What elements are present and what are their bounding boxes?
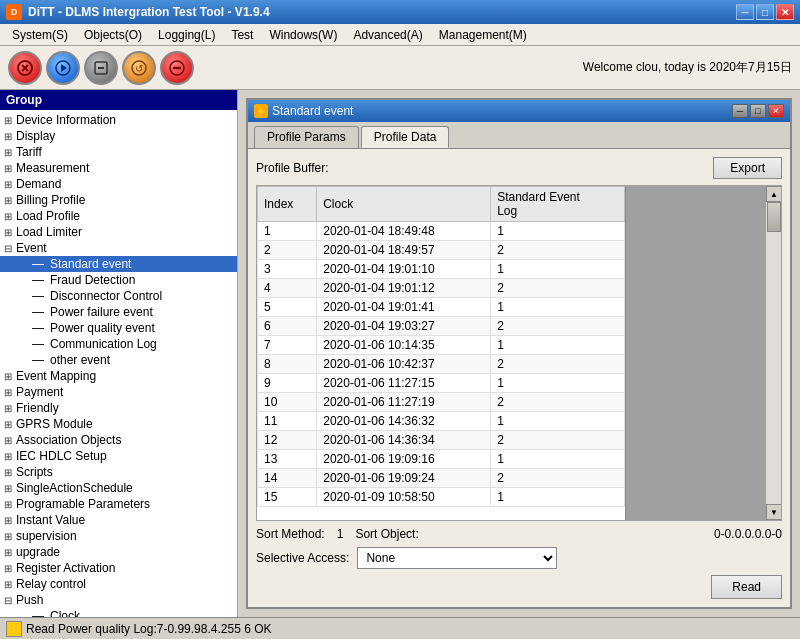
read-row: Read <box>256 575 782 599</box>
tree-item-assoc-objects[interactable]: ⊞Association Objects <box>0 432 237 448</box>
tree-item-instant-value[interactable]: ⊞Instant Value <box>0 512 237 528</box>
tree-item-push[interactable]: ⊟Push <box>0 592 237 608</box>
dialog-title-buttons: ─ □ ✕ <box>732 104 784 118</box>
table-row: 82020-01-06 10:42:372 <box>258 355 625 374</box>
col-index: Index <box>258 187 317 222</box>
selective-access-select[interactable]: None <box>357 547 557 569</box>
sort-object-value: 0-0.0.0.0.0-0 <box>714 527 782 541</box>
menu-test[interactable]: Test <box>223 26 261 44</box>
title-bar-buttons: ─ □ ✕ <box>736 4 794 20</box>
dialog-close-button[interactable]: ✕ <box>768 104 784 118</box>
menu-logging[interactable]: Logging(L) <box>150 26 223 44</box>
group-header: Group <box>0 90 237 110</box>
maximize-button[interactable]: □ <box>756 4 774 20</box>
sort-object-label: Sort Object: <box>355 527 702 541</box>
tree-item-fraud-detection[interactable]: —Fraud Detection <box>0 272 237 288</box>
table-scroll-area[interactable]: Index Clock Standard EventLog 12020-01-0… <box>257 186 625 520</box>
tree-item-comm-log[interactable]: —Communication Log <box>0 336 237 352</box>
tree-item-disconnector-control[interactable]: —Disconnector Control <box>0 288 237 304</box>
tree-item-upgrade[interactable]: ⊞upgrade <box>0 544 237 560</box>
toolbar-btn-2[interactable] <box>46 51 80 85</box>
menu-objects[interactable]: Objects(O) <box>76 26 150 44</box>
tree-item-clock[interactable]: —Clock <box>0 608 237 617</box>
table-row: 12020-01-04 18:49:481 <box>258 222 625 241</box>
tab-profile-data[interactable]: Profile Data <box>361 126 450 148</box>
tree-item-measurement[interactable]: ⊞Measurement <box>0 160 237 176</box>
toolbar-btn-5[interactable] <box>160 51 194 85</box>
tree-item-tariff[interactable]: ⊞Tariff <box>0 144 237 160</box>
profile-buffer-row: Profile Buffer: Export <box>256 157 782 179</box>
data-table: Index Clock Standard EventLog 12020-01-0… <box>257 186 625 507</box>
dialog-minimize-button[interactable]: ─ <box>732 104 748 118</box>
dialog-title-bar: ⚡ Standard event ─ □ ✕ <box>248 100 790 122</box>
tree-item-payment[interactable]: ⊞Payment <box>0 384 237 400</box>
tree-item-other-event[interactable]: —other event <box>0 352 237 368</box>
close-button[interactable]: ✕ <box>776 4 794 20</box>
dialog-maximize-button[interactable]: □ <box>750 104 766 118</box>
toolbar-btn-3[interactable] <box>84 51 118 85</box>
table-row: 92020-01-06 11:27:151 <box>258 374 625 393</box>
toolbar-btn-1[interactable] <box>8 51 42 85</box>
tree-item-scripts[interactable]: ⊞Scripts <box>0 464 237 480</box>
tree-item-power-failure[interactable]: —Power failure event <box>0 304 237 320</box>
tree-item-event[interactable]: ⊟Event <box>0 240 237 256</box>
welcome-text: Welcome clou, today is 2020年7月15日 <box>583 59 792 76</box>
tree-item-register-activation[interactable]: ⊞Register Activation <box>0 560 237 576</box>
app-icon: D <box>6 4 22 20</box>
col-clock: Clock <box>317 187 491 222</box>
sort-method-value: 1 <box>337 527 344 541</box>
tree-item-power-quality[interactable]: —Power quality event <box>0 320 237 336</box>
menu-system[interactable]: System(S) <box>4 26 76 44</box>
tree-item-iec-hdlc[interactable]: ⊞IEC HDLC Setup <box>0 448 237 464</box>
tree-item-billing-profile[interactable]: ⊞Billing Profile <box>0 192 237 208</box>
tree-item-gprs[interactable]: ⊞GPRS Module <box>0 416 237 432</box>
table-row: 62020-01-04 19:03:272 <box>258 317 625 336</box>
svg-marker-4 <box>61 64 67 72</box>
scrollbar-thumb[interactable] <box>767 202 781 232</box>
table-row: 132020-01-06 19:09:161 <box>258 450 625 469</box>
tree-item-display[interactable]: ⊞Display <box>0 128 237 144</box>
menu-management[interactable]: Management(M) <box>431 26 535 44</box>
table-row: 22020-01-04 18:49:572 <box>258 241 625 260</box>
table-container: Index Clock Standard EventLog 12020-01-0… <box>256 185 782 521</box>
table-row: 142020-01-06 19:09:242 <box>258 469 625 488</box>
sort-method-label: Sort Method: <box>256 527 325 541</box>
read-button[interactable]: Read <box>711 575 782 599</box>
tree-item-prog-params[interactable]: ⊞Programable Parameters <box>0 496 237 512</box>
table-row: 52020-01-04 19:01:411 <box>258 298 625 317</box>
tree-item-event-mapping[interactable]: ⊞Event Mapping <box>0 368 237 384</box>
scrollbar-up-btn[interactable]: ▲ <box>766 186 782 202</box>
tree-item-device-information[interactable]: ⊞Device Information <box>0 112 237 128</box>
tree-item-load-profile[interactable]: ⊞Load Profile <box>0 208 237 224</box>
title-bar: D DiTT - DLMS Intergration Test Tool - V… <box>0 0 800 24</box>
selective-row: Selective Access: None <box>256 547 782 569</box>
tree-item-standard-event[interactable]: —Standard event <box>0 256 237 272</box>
status-icon: ⚡ <box>6 621 22 637</box>
table-row: 32020-01-04 19:01:101 <box>258 260 625 279</box>
standard-event-dialog: ⚡ Standard event ─ □ ✕ Profile Params Pr… <box>246 98 792 609</box>
status-bar: ⚡ Read Power quality Log:7-0.99.98.4.255… <box>0 617 800 639</box>
table-row: 122020-01-06 14:36:342 <box>258 431 625 450</box>
menu-advanced[interactable]: Advanced(A) <box>345 26 430 44</box>
sort-row: Sort Method: 1 Sort Object: 0-0.0.0.0.0-… <box>256 527 782 541</box>
tab-bar: Profile Params Profile Data <box>248 122 790 149</box>
tree-item-load-limiter[interactable]: ⊞Load Limiter <box>0 224 237 240</box>
scrollbar-down-btn[interactable]: ▼ <box>766 504 782 520</box>
tab-profile-params[interactable]: Profile Params <box>254 126 359 148</box>
tree-item-single-action[interactable]: ⊞SingleActionSchedule <box>0 480 237 496</box>
minimize-button[interactable]: ─ <box>736 4 754 20</box>
scrollbar-track[interactable] <box>766 202 781 504</box>
dialog-title: Standard event <box>272 104 732 118</box>
table-row: 112020-01-06 14:36:321 <box>258 412 625 431</box>
tree-item-friendly[interactable]: ⊞Friendly <box>0 400 237 416</box>
tree-item-supervision[interactable]: ⊞supervision <box>0 528 237 544</box>
table-scrollbar: ▲ ▼ <box>765 186 781 520</box>
toolbar-btn-4[interactable]: ↺ <box>122 51 156 85</box>
tree-item-demand[interactable]: ⊞Demand <box>0 176 237 192</box>
tree-area[interactable]: ⊞Device Information ⊞Display ⊞Tariff ⊞Me… <box>0 110 237 617</box>
export-button[interactable]: Export <box>713 157 782 179</box>
main-area: Group ⊞Device Information ⊞Display ⊞Tari… <box>0 90 800 617</box>
menu-windows[interactable]: Windows(W) <box>261 26 345 44</box>
tree-item-relay-control[interactable]: ⊞Relay control <box>0 576 237 592</box>
gray-area <box>625 186 765 520</box>
